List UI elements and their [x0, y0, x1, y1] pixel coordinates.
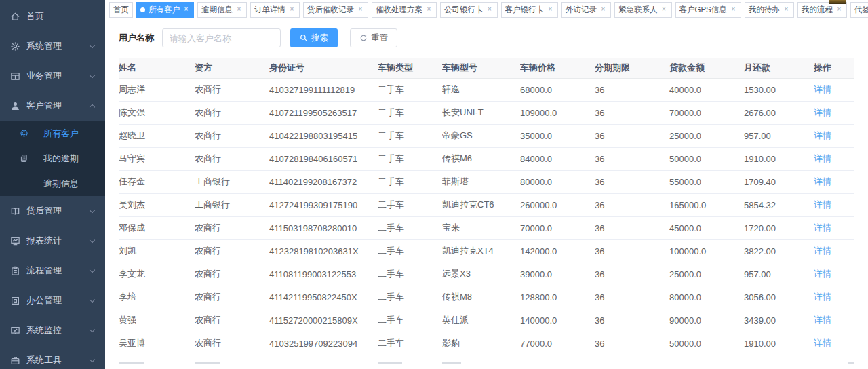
cell: 68000.0 — [520, 78, 595, 101]
sidebar-item[interactable]: 系统管理 — [0, 31, 105, 61]
cell: 任存金 — [119, 170, 195, 193]
detail-link[interactable]: 详情 — [814, 84, 831, 94]
tab[interactable]: 客户GPS信息× — [675, 2, 741, 18]
cell: 77000.0 — [520, 332, 595, 355]
chevron-down-icon — [90, 237, 95, 243]
close-icon[interactable]: × — [730, 6, 737, 14]
close-icon[interactable]: × — [357, 6, 364, 14]
cell: 109000.0 — [520, 101, 595, 124]
sidebar-subitem[interactable]: 所有客户 — [0, 121, 105, 146]
detail-link[interactable]: 详情 — [814, 292, 831, 302]
chevron-down-icon — [90, 357, 95, 362]
detail-link[interactable]: 详情 — [814, 269, 831, 279]
cell: 410325199709223094 — [269, 332, 378, 355]
tab[interactable]: 催收处理方案× — [372, 2, 437, 18]
cell: 260000.0 — [520, 193, 595, 216]
detail-link[interactable]: 详情 — [814, 222, 831, 233]
table-row: 任存金工商银行411402199208167372二手车菲斯塔80000.036… — [119, 170, 854, 193]
sidebar-item-label: 客户管理 — [26, 100, 62, 112]
detail-link[interactable]: 详情 — [814, 130, 831, 140]
close-icon[interactable]: × — [660, 6, 668, 14]
sidebar-item[interactable]: 业务管理 — [0, 61, 105, 91]
search-input[interactable] — [162, 28, 281, 47]
detail-link[interactable]: 详情 — [814, 176, 831, 187]
tab-label: 紧急联系人 — [618, 5, 658, 15]
tab[interactable]: 客户银行卡× — [501, 2, 559, 18]
sidebar-subitem[interactable]: 我的逾期 — [0, 146, 105, 171]
sidebar-subitem[interactable]: 逾期信息 — [0, 171, 105, 196]
tab[interactable]: 我的待办× — [745, 2, 794, 18]
reset-button[interactable]: 重置 — [350, 28, 397, 47]
sidebar-item-label: 业务管理 — [26, 70, 62, 82]
cell: 详情 — [814, 124, 854, 147]
cell: 410728198406160571 — [269, 147, 378, 170]
tab[interactable]: 逾期信息× — [197, 2, 247, 18]
close-icon[interactable]: × — [235, 6, 243, 14]
close-icon[interactable]: × — [835, 6, 843, 14]
cell: 农商行 — [195, 78, 269, 101]
sidebar-item[interactable]: 报表统计 — [0, 226, 105, 256]
tab[interactable]: 我的流程× — [797, 2, 847, 18]
tab[interactable]: 外访记录× — [561, 2, 611, 18]
book-icon — [9, 206, 20, 216]
cell: 3439.00 — [744, 309, 814, 332]
detail-link[interactable]: 详情 — [814, 107, 831, 117]
column-header: 车辆型号 — [442, 58, 520, 78]
cell: 远景X3 — [442, 263, 520, 286]
sidebar-item[interactable]: 客户管理 — [0, 91, 105, 121]
cell: 农商行 — [195, 101, 269, 124]
cell: 详情 — [814, 239, 854, 263]
top-right-artifact — [829, 0, 846, 4]
sidebar-subitem-label: 逾期信息 — [43, 178, 79, 190]
sidebar-item[interactable]: 首页 — [0, 1, 105, 31]
column-header: 姓名 — [119, 58, 195, 78]
tab[interactable]: 订单详情× — [250, 2, 300, 18]
detail-link[interactable]: 详情 — [814, 338, 831, 348]
table-row: 李培农商行41142119950822450X二手车传祺M8128800.036… — [119, 286, 854, 309]
close-icon[interactable]: × — [547, 6, 554, 14]
cell: 详情 — [814, 170, 854, 193]
cell: 128800.0 — [520, 286, 595, 309]
sidebar-item[interactable]: 系统监控 — [0, 315, 105, 345]
chevron-up-icon — [90, 104, 95, 110]
detail-link[interactable]: 详情 — [814, 246, 831, 256]
tab[interactable]: 紧急联系人× — [614, 2, 672, 18]
tab[interactable]: 代签任务× — [850, 2, 868, 18]
cell: 陈文强 — [119, 101, 195, 124]
close-icon[interactable]: × — [486, 6, 494, 14]
detail-link[interactable]: 详情 — [814, 199, 831, 210]
close-icon[interactable]: × — [288, 6, 296, 14]
tab[interactable]: 所有客户× — [136, 2, 194, 18]
close-icon[interactable]: × — [599, 6, 607, 14]
cell: 二手车 — [378, 170, 442, 193]
tab[interactable]: 贷后催收记录× — [303, 2, 368, 18]
sidebar-item-label: 办公管理 — [26, 294, 62, 307]
close-icon[interactable]: × — [425, 6, 433, 14]
cell: 详情 — [814, 193, 854, 216]
sidebar-item[interactable]: 办公管理 — [0, 286, 105, 315]
cell: 吴刘杰 — [119, 193, 195, 216]
tab-label: 贷后催收记录 — [307, 5, 354, 15]
chevron-down-icon — [90, 43, 95, 48]
overdue-icon — [19, 154, 28, 163]
cell: 411402199208167372 — [269, 170, 378, 193]
chevron-down-icon — [90, 327, 95, 332]
search-button[interactable]: 搜索 — [290, 28, 338, 47]
close-icon[interactable]: × — [182, 6, 190, 14]
column-header: 操作 — [814, 58, 854, 78]
tab[interactable]: 公司银行卡× — [440, 2, 498, 18]
chevron-down-icon — [90, 267, 95, 273]
cell: 详情 — [814, 263, 854, 286]
search-form: 用户名称 搜索 重置 — [119, 28, 854, 47]
table-row: 吴亚博农商行410325199709223094二手车影豹77000.03650… — [119, 332, 854, 355]
sidebar-menu: 首页系统管理业务管理客户管理所有客户我的逾期逾期信息贷后管理报表统计流程管理办公… — [0, 1, 105, 369]
detail-link[interactable]: 详情 — [814, 315, 831, 325]
close-icon[interactable]: × — [783, 6, 790, 14]
sidebar-item[interactable]: 流程管理 — [0, 256, 105, 286]
sidebar-item[interactable]: 贷后管理 — [0, 196, 105, 226]
detail-link[interactable]: 详情 — [814, 153, 831, 163]
cell: 李文龙 — [119, 263, 195, 286]
sidebar-item[interactable]: 系统工具 — [0, 345, 105, 369]
tab[interactable]: 首页 — [109, 2, 133, 18]
column-header: 分期期限 — [595, 58, 669, 78]
